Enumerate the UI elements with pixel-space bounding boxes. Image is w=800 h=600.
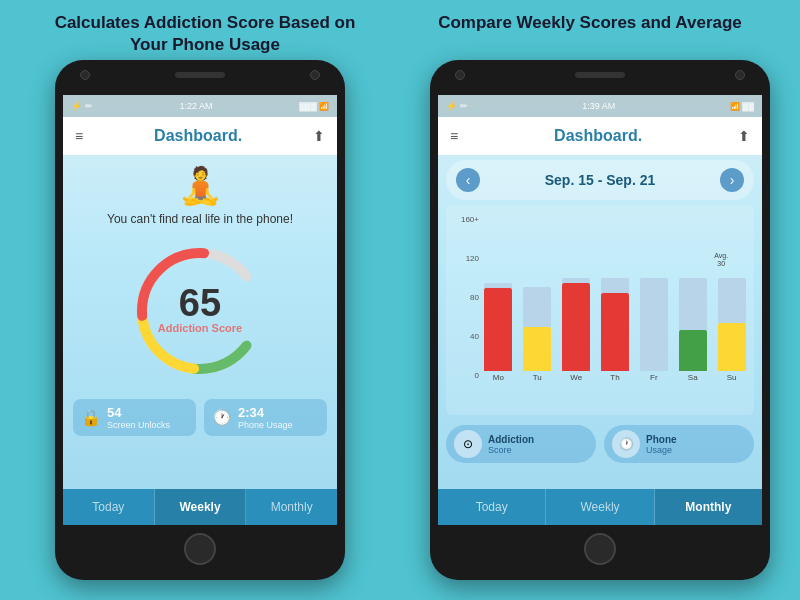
right-nav-bar: ≡ Dashboard. ⬆: [438, 117, 762, 155]
mascot-emoji: 🧘: [178, 165, 223, 207]
left-share-icon[interactable]: ⬆: [313, 128, 325, 144]
phone-usage-label: Phone Usage: [238, 420, 293, 430]
left-home-button[interactable]: [184, 533, 216, 565]
bar-group-th: Th: [598, 210, 633, 382]
left-status-left-icons: ⚡ ✏: [71, 101, 93, 111]
phone-speaker-left: [175, 72, 225, 78]
bar-group-mo: Mo: [481, 210, 516, 382]
date-prev-button[interactable]: ‹: [456, 168, 480, 192]
right-phone: ⚡ ✏ 1:39 AM 📶 ▓▓ ≡ Dashboard. ⬆ ‹ Sep. 1…: [430, 60, 770, 580]
right-home-button[interactable]: [584, 533, 616, 565]
right-addiction-value: Addiction: [488, 434, 534, 445]
right-bottom-stats: ⊙ Addiction Score 🕐 Phone Usage: [438, 419, 762, 469]
header-right-text: Compare Weekly Scores and Average: [400, 12, 780, 34]
y-label-80: 80: [451, 293, 479, 302]
date-range-text: Sep. 15 - Sep. 21: [545, 172, 656, 188]
right-addiction-name: Score: [488, 445, 534, 455]
bar-day-tu: Tu: [533, 373, 542, 382]
left-tab-weekly[interactable]: Weekly: [155, 489, 247, 525]
mascot-quote: You can't find real life in the phone!: [97, 212, 303, 226]
phone-speaker-right: [575, 72, 625, 78]
y-label-120: 120: [451, 254, 479, 263]
right-phone-icon: 🕐: [612, 430, 640, 458]
right-share-icon[interactable]: ⬆: [738, 128, 750, 144]
right-tab-weekly[interactable]: Weekly: [546, 489, 654, 525]
left-menu-icon[interactable]: ≡: [75, 128, 83, 144]
right-addiction-stat: ⊙ Addiction Score: [446, 425, 596, 463]
right-menu-icon[interactable]: ≡: [450, 128, 458, 144]
chart-area: 160+ 120 80 40 0 Mo: [446, 205, 754, 415]
left-tab-today[interactable]: Today: [63, 489, 155, 525]
left-bottom-stats: 🔒 54 Screen Unlocks 🕐 2:34 Phone Usage: [63, 391, 337, 444]
right-phone-usage-stat: 🕐 Phone Usage: [604, 425, 754, 463]
avg-label: Avg.30: [714, 252, 728, 267]
screen-unlocks-stat: 🔒 54 Screen Unlocks: [73, 399, 196, 436]
lock-icon: 🔒: [81, 408, 101, 427]
right-camera-right: [735, 70, 745, 80]
phone-usage-stat: 🕐 2:34 Phone Usage: [204, 399, 327, 436]
bar-day-fr: Fr: [650, 373, 658, 382]
right-status-bar: ⚡ ✏ 1:39 AM 📶 ▓▓: [438, 95, 762, 117]
left-phone-screen: ⚡ ✏ 1:22 AM ▓▓▓ 📶 ≡ Dashboard. ⬆ 🧘 You c…: [63, 95, 337, 525]
bar-group-we: We: [559, 210, 594, 382]
chart-inner: 160+ 120 80 40 0 Mo: [451, 210, 749, 400]
date-nav: ‹ Sep. 15 - Sep. 21 ›: [446, 160, 754, 200]
bar-group-sa: Avg.30 Sa: [675, 210, 710, 382]
left-status-right-icons: ▓▓▓ 📶: [299, 102, 329, 111]
mascot-area: 🧘 You can't find real life in the phone!: [63, 155, 337, 236]
bar-day-su: Su: [727, 373, 737, 382]
left-tab-monthly[interactable]: Monthly: [246, 489, 337, 525]
left-nav-bar: ≡ Dashboard. ⬆: [63, 117, 337, 155]
bar-day-th: Th: [610, 373, 619, 382]
gauge-container: 65 Addiction Score: [63, 236, 337, 386]
y-axis: 160+ 120 80 40 0: [451, 210, 479, 400]
camera-right: [310, 70, 320, 80]
bar-group-tu: Tu: [520, 210, 555, 382]
right-tab-monthly[interactable]: Monthly: [655, 489, 762, 525]
header-right: Compare Weekly Scores and Average: [400, 12, 780, 34]
phone-usage-value: 2:34: [238, 405, 293, 420]
y-label-0: 0: [451, 371, 479, 380]
right-camera-left: [455, 70, 465, 80]
left-phone: ⚡ ✏ 1:22 AM ▓▓▓ 📶 ≡ Dashboard. ⬆ 🧘 You c…: [55, 60, 345, 580]
clock-icon: 🕐: [212, 408, 232, 427]
bar-group-fr: Fr: [636, 210, 671, 382]
left-status-time: 1:22 AM: [179, 101, 212, 111]
addiction-score-number: 65: [158, 284, 242, 322]
left-tab-bar: Today Weekly Monthly: [63, 489, 337, 525]
gauge-score: 65 Addiction Score: [158, 284, 242, 334]
bar-day-mo: Mo: [493, 373, 504, 382]
right-tab-today[interactable]: Today: [438, 489, 546, 525]
addiction-score-label: Addiction Score: [158, 322, 242, 334]
screen-unlocks-label: Screen Unlocks: [107, 420, 170, 430]
right-status-left-icons: ⚡ ✏: [446, 101, 468, 111]
y-label-160: 160+: [451, 215, 479, 224]
right-phone-screen: ⚡ ✏ 1:39 AM 📶 ▓▓ ≡ Dashboard. ⬆ ‹ Sep. 1…: [438, 95, 762, 525]
right-status-time: 1:39 AM: [582, 101, 615, 111]
bar-day-sa: Sa: [688, 373, 698, 382]
right-status-right-icons: 📶 ▓▓: [730, 102, 754, 111]
date-next-button[interactable]: ›: [720, 168, 744, 192]
header-left-line1: Calculates Addiction Score Based on: [20, 12, 390, 34]
right-phone-usage-name: Usage: [646, 445, 677, 455]
bar-day-we: We: [570, 373, 582, 382]
right-phone-usage-value: Phone: [646, 434, 677, 445]
screen-unlocks-value: 54: [107, 405, 170, 420]
left-nav-title: Dashboard.: [154, 127, 242, 145]
right-tab-bar: Today Weekly Monthly: [438, 489, 762, 525]
right-nav-title: Dashboard.: [554, 127, 642, 145]
header-left-line2: Your Phone Usage: [20, 34, 390, 56]
right-addiction-icon: ⊙: [454, 430, 482, 458]
y-label-40: 40: [451, 332, 479, 341]
bars-area: Mo Tu: [481, 210, 749, 400]
camera-left: [80, 70, 90, 80]
left-status-bar: ⚡ ✏ 1:22 AM ▓▓▓ 📶: [63, 95, 337, 117]
header-left: Calculates Addiction Score Based on Your…: [20, 12, 390, 56]
bar-group-su: Su: [714, 210, 749, 382]
